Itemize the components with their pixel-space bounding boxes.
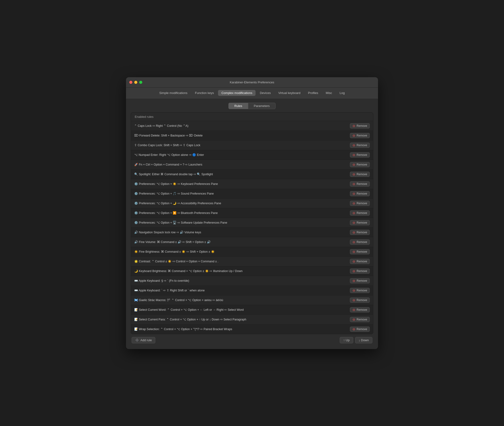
rules-list: ⌃ Caps Lock ⇨ Right ⌃ Control (No ⌃A)⊖Re… <box>131 121 373 334</box>
remove-button[interactable]: ⊖Remove <box>350 220 370 225</box>
remove-button[interactable]: ⊖Remove <box>350 143 370 148</box>
rule-row: 🚀 Fn + Ctrl + Option + Command + ? ⇨ Lau… <box>131 160 373 170</box>
remove-button[interactable]: ⊖Remove <box>350 191 370 196</box>
close-button[interactable] <box>129 81 132 84</box>
minus-icon: ⊖ <box>352 279 355 282</box>
remove-label: Remove <box>357 260 367 263</box>
remove-label: Remove <box>357 250 367 253</box>
rule-row: 🔊 Fine Volume: ⌘ Command ± 🔊 ⇨ Shift + O… <box>131 237 373 247</box>
tab-virtual[interactable]: Virtual keyboard <box>275 90 304 96</box>
minus-icon: ⊖ <box>352 298 355 302</box>
minus-icon: ⊖ <box>352 134 355 137</box>
rule-text: ⚙️ Preferences: ⌥ Option + 🌙 ⇨ Accessibi… <box>134 201 347 205</box>
rule-text: ⌨️ Apple Keyboard: ` ⇨ ⇧ Right Shift or … <box>134 289 347 292</box>
tab-simple[interactable]: Simple modifications <box>156 90 191 96</box>
main-window: Karabiner-Elements Preferences Simple mo… <box>126 77 378 349</box>
remove-button[interactable]: ⊖Remove <box>350 152 370 157</box>
rule-text: 🔊 Fine Volume: ⌘ Command ± 🔊 ⇨ Shift + O… <box>134 240 347 244</box>
rule-row: ☀️ Fine Brightness: ⌘ Command ± ☀️ ⇨ Shi… <box>131 247 373 257</box>
remove-label: Remove <box>357 192 367 195</box>
rule-text: ⌨️ Apple Keyboard: § ⇨ ` (Fn to override… <box>134 279 347 282</box>
remove-button[interactable]: ⊖Remove <box>350 210 370 216</box>
minimize-button[interactable] <box>134 81 137 84</box>
tab-misc[interactable]: Misc <box>323 90 336 96</box>
rule-text: ⇧ Combo Caps Lock: Shift + Shift ⇨ ⇧ Cap… <box>134 143 347 147</box>
remove-button[interactable]: ⊖Remove <box>350 269 370 274</box>
minus-icon: ⊖ <box>352 289 355 292</box>
add-rule-button[interactable]: ➕ Add rule <box>132 337 155 343</box>
remove-label: Remove <box>357 221 367 224</box>
remove-button[interactable]: ⊖Remove <box>350 162 370 167</box>
minus-icon: ⊖ <box>352 192 355 195</box>
tab-function[interactable]: Function keys <box>192 90 217 96</box>
rule-row: ⚙️ Preferences: ⌥ Option + 🌙 ⇨ Accessibi… <box>131 199 373 208</box>
rule-text: 🚀 Fn + Ctrl + Option + Command + ? ⇨ Lau… <box>134 163 347 166</box>
remove-label: Remove <box>357 298 367 302</box>
minus-icon: ⊖ <box>352 144 355 147</box>
tab-complex[interactable]: Complex modifications <box>218 90 255 96</box>
remove-button[interactable]: ⊖Remove <box>350 259 370 264</box>
remove-button[interactable]: ⊖Remove <box>350 133 370 138</box>
remove-label: Remove <box>357 318 367 321</box>
rule-row: ⌃ Caps Lock ⇨ Right ⌃ Control (No ⌃A)⊖Re… <box>131 121 373 131</box>
rule-text: ⌃ Caps Lock ⇨ Right ⌃ Control (No ⌃A) <box>134 124 347 128</box>
rule-row: ⚙️ Preferences: ⌥ Option + ☀️ ⇨ Keyboard… <box>131 179 373 189</box>
rule-row: ⚙️ Preferences: ⌥ Option + 🎵 ⇨ Sound Pre… <box>131 189 373 199</box>
rule-row: 🔍 Spotlight: Either ⌘ Command double tap… <box>131 170 373 179</box>
rules-header: Enabled rules <box>131 113 373 121</box>
rule-row: ⚙️ Preferences: ⌥ Option + 🖥️ ⇨ Software… <box>131 218 373 228</box>
rule-text: ⚙️ Preferences: ⌥ Option + 🖥️ ⇨ Software… <box>134 221 347 224</box>
plus-icon: ➕ <box>135 338 139 342</box>
minus-icon: ⊖ <box>352 173 355 176</box>
minus-icon: ⊖ <box>352 231 355 234</box>
remove-button[interactable]: ⊖Remove <box>350 123 370 128</box>
minus-icon: ⊖ <box>352 327 355 331</box>
rule-text: 📝 Select Current Para: ⌃ Control + ⌥ Opt… <box>134 318 347 321</box>
rule-text: 🔊 Navigation Sixpack lock row ⇨ 🔊 Volume… <box>134 230 347 234</box>
rule-row: 📝 Wrap Selection: ⌃ Control + ⌥ Option +… <box>131 325 373 334</box>
rule-row: 🔊 Navigation Sixpack lock row ⇨ 🔊 Volume… <box>131 228 373 237</box>
remove-label: Remove <box>357 144 367 147</box>
remove-label: Remove <box>357 202 367 205</box>
remove-button[interactable]: ⊖Remove <box>350 288 370 293</box>
rule-text: 🌟 Contrast: ⌃ Control ± ☀️ ⇨ Control + O… <box>134 260 347 263</box>
up-button[interactable]: ↑ Up <box>340 337 353 343</box>
remove-button[interactable]: ⊖Remove <box>350 327 370 332</box>
sub-tabs: Rules Parameters <box>131 103 373 109</box>
remove-button[interactable]: ⊖Remove <box>350 201 370 206</box>
minus-icon: ⊖ <box>352 250 355 253</box>
remove-label: Remove <box>357 124 367 128</box>
tab-profiles[interactable]: Profiles <box>305 90 321 96</box>
remove-label: Remove <box>357 279 367 282</box>
remove-button[interactable]: ⊖Remove <box>350 307 370 312</box>
titlebar: Karabiner-Elements Preferences <box>126 77 378 88</box>
rule-text: ☀️ Fine Brightness: ⌘ Command ± ☀️ ⇨ Shi… <box>134 250 347 253</box>
minus-icon: ⊖ <box>352 153 355 156</box>
rule-text: ⚙️ Preferences: ⌥ Option + ◀️ ⇨ Bluetoot… <box>134 211 347 215</box>
remove-button[interactable]: ⊖Remove <box>350 240 370 245</box>
minus-icon: ⊖ <box>352 202 355 205</box>
remove-button[interactable]: ⊖Remove <box>350 230 370 235</box>
down-button[interactable]: ↓ Down <box>355 337 372 343</box>
tab-log[interactable]: Log <box>336 90 348 96</box>
remove-label: Remove <box>357 308 367 312</box>
rule-text: ⌦ Forward Delete: Shift + Backspace ⇨ ⌦ … <box>134 134 347 137</box>
remove-label: Remove <box>357 240 367 244</box>
remove-button[interactable]: ⊖Remove <box>350 298 370 303</box>
maximize-button[interactable] <box>139 81 142 84</box>
sub-tab-rules[interactable]: Rules <box>228 103 248 109</box>
remove-button[interactable]: ⊖Remove <box>350 181 370 186</box>
remove-label: Remove <box>357 173 367 176</box>
rule-row: ⌨️ Apple Keyboard: § ⇨ ` (Fn to override… <box>131 276 373 286</box>
remove-button[interactable]: ⊖Remove <box>350 172 370 177</box>
remove-button[interactable]: ⊖Remove <box>350 249 370 254</box>
remove-button[interactable]: ⊖Remove <box>350 317 370 322</box>
nav-buttons: ↑ Up ↓ Down <box>340 337 372 343</box>
down-label: ↓ Down <box>359 338 369 342</box>
tab-devices[interactable]: Devices <box>256 90 274 96</box>
rule-text: ⌥ Numpad Enter: Right ⌥ Option alone ⇨ 🔵… <box>134 153 347 156</box>
rule-row: ⌦ Forward Delete: Shift + Backspace ⇨ ⌦ … <box>131 131 373 141</box>
sub-tab-parameters[interactable]: Parameters <box>248 103 276 109</box>
content-area: Rules Parameters Enabled rules ⌃ Caps Lo… <box>126 99 378 349</box>
remove-button[interactable]: ⊖Remove <box>350 278 370 283</box>
